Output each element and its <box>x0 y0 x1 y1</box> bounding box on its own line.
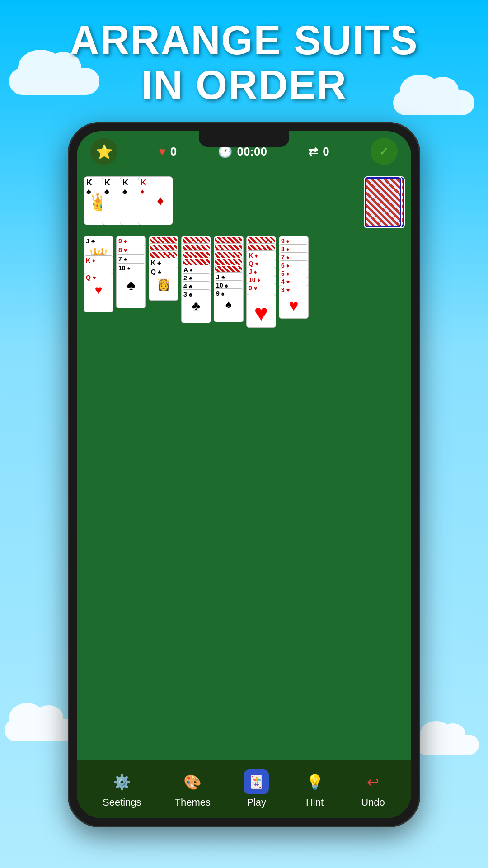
nav-hint[interactable]: 💡 Hint <box>302 769 327 808</box>
kings-group[interactable]: K ♣ 👑 K ♣ K ♣ K <box>84 176 197 228</box>
column-7[interactable]: 9 ♦ 8 ♦ 7 ♦ 6 ♦ <box>279 236 310 319</box>
hint-icon: 💡 <box>302 769 327 794</box>
star-icon: ⭐ <box>96 144 113 160</box>
undo-icon: ↩ <box>361 769 385 794</box>
king-diamond-suit: ♦ <box>154 176 167 225</box>
themes-label: Themes <box>175 797 211 808</box>
top-area: K ♣ 👑 K ♣ K ♣ K <box>84 176 404 231</box>
card-back-1 <box>364 176 402 228</box>
column-1[interactable]: J ♣ 👑 K ♦ Q ♥ ♥ <box>84 236 113 312</box>
nav-themes[interactable]: 🎨 Themes <box>175 769 211 808</box>
moves-count: 0 <box>323 145 329 159</box>
card-3-heart[interactable]: 3 ♥ ♥ <box>279 285 309 319</box>
settings-label: Seetings <box>103 797 141 808</box>
game-area: K ♣ 👑 K ♣ K ♣ K <box>77 172 411 760</box>
heart-icon: ♥ <box>159 145 165 159</box>
card-q-club[interactable]: Q ♣ 👸 <box>149 267 178 301</box>
columns-area: J ♣ 👑 K ♦ Q ♥ ♥ <box>84 236 404 328</box>
check-icon: ✓ <box>379 145 389 159</box>
nav-undo[interactable]: ↩ Undo <box>361 769 385 808</box>
card-back-pile[interactable] <box>364 176 404 231</box>
check-button[interactable]: ✓ <box>371 138 398 165</box>
card-3-club[interactable]: 3 ♣ ♣ <box>181 289 211 323</box>
phone-frame: ⭐ ♥ 0 🕐 00:00 ⇄ 0 ✓ <box>68 122 420 827</box>
star-button[interactable]: ⭐ <box>90 138 117 165</box>
themes-icon: 🎨 <box>180 769 205 794</box>
column-2[interactable]: 9 ♦ 8 ♥ 7 ♠ 10 ♠ ♠ <box>116 236 146 308</box>
moves-icon: ⇄ <box>308 145 318 159</box>
lives-count: 0 <box>170 145 177 159</box>
column-4[interactable]: A ♠ 2 ♣ 4 ♣ 3 ♣ ♣ <box>181 236 211 323</box>
hint-label: Hint <box>306 797 324 808</box>
title-line1: ARRANGE SUITS <box>0 18 488 63</box>
nav-play[interactable]: 🃏 Play <box>244 769 269 808</box>
cloud-3 <box>5 719 77 741</box>
bottom-nav: ⚙️ Seetings 🎨 Themes 🃏 Play 💡 Hint ↩ Und… <box>77 760 411 818</box>
column-6[interactable]: K ♦ Q ♥ J ♦ 10 ♦ <box>246 236 276 328</box>
undo-label: Undo <box>361 797 385 808</box>
title-area: ARRANGE SUITS IN ORDER <box>0 18 488 108</box>
title-line2: IN ORDER <box>0 63 488 108</box>
column-5[interactable]: J ♣ 10 ♠ 9 ♠ ♠ <box>214 236 244 322</box>
card-9-spade[interactable]: 9 ♠ ♠ <box>214 288 244 322</box>
card-q-heart[interactable]: Q ♥ ♥ <box>84 273 113 312</box>
column-3[interactable]: K ♣ Q ♣ 👸 <box>149 236 178 301</box>
nav-settings[interactable]: ⚙️ Seetings <box>103 769 141 808</box>
card-heart-big[interactable]: ♥ <box>246 294 276 328</box>
lives-group: ♥ 0 <box>159 145 177 159</box>
play-label: Play <box>247 797 266 808</box>
card-10-spade-tall[interactable]: 10 ♠ ♠ <box>116 263 146 308</box>
moves-group: ⇄ 0 <box>308 145 329 159</box>
play-icon: 🃏 <box>244 769 269 794</box>
notch <box>199 131 289 147</box>
phone-screen: ⭐ ♥ 0 🕐 00:00 ⇄ 0 ✓ <box>77 131 411 818</box>
cloud-4 <box>416 735 479 755</box>
settings-icon: ⚙️ <box>109 769 134 794</box>
